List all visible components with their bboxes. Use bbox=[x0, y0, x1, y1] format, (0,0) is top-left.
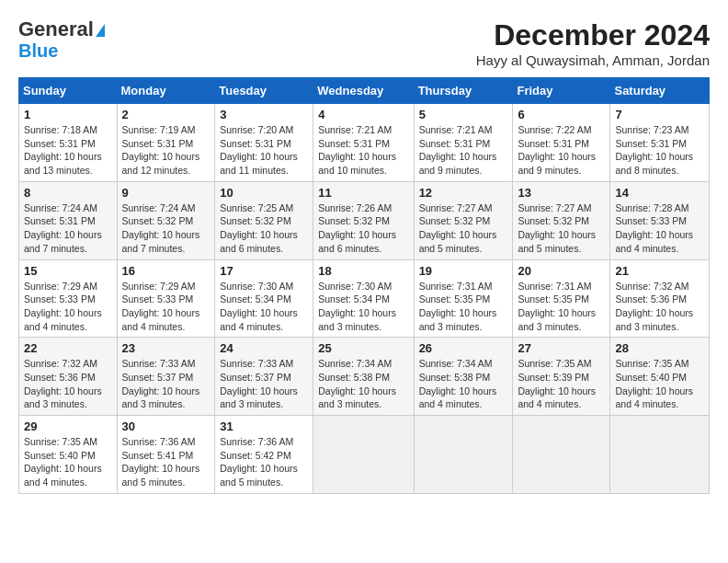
table-row: 23 Sunrise: 7:33 AMSunset: 5:37 PMDaylig… bbox=[117, 338, 215, 416]
calendar-row: 29 Sunrise: 7:35 AMSunset: 5:40 PMDaylig… bbox=[19, 416, 710, 494]
table-row bbox=[513, 416, 610, 494]
table-row: 2 Sunrise: 7:19 AMSunset: 5:31 PMDayligh… bbox=[117, 104, 215, 182]
table-row: 21 Sunrise: 7:32 AMSunset: 5:36 PMDaylig… bbox=[610, 259, 710, 338]
table-row: 11 Sunrise: 7:26 AMSunset: 5:32 PMDaylig… bbox=[313, 181, 414, 259]
table-row: 16 Sunrise: 7:29 AMSunset: 5:33 PMDaylig… bbox=[117, 259, 215, 338]
calendar-row: 1 Sunrise: 7:18 AMSunset: 5:31 PMDayligh… bbox=[19, 104, 710, 182]
col-wednesday: Wednesday bbox=[313, 78, 414, 104]
col-monday: Monday bbox=[117, 78, 215, 104]
table-row: 10 Sunrise: 7:25 AMSunset: 5:32 PMDaylig… bbox=[215, 181, 313, 259]
calendar-row: 22 Sunrise: 7:32 AMSunset: 5:36 PMDaylig… bbox=[19, 338, 710, 416]
logo-blue: Blue bbox=[18, 40, 58, 61]
table-row: 29 Sunrise: 7:35 AMSunset: 5:40 PMDaylig… bbox=[19, 416, 118, 494]
table-row bbox=[313, 416, 414, 494]
location: Hayy al Quwaysimah, Amman, Jordan bbox=[476, 52, 710, 68]
table-row: 18 Sunrise: 7:30 AMSunset: 5:34 PMDaylig… bbox=[313, 259, 414, 338]
month-title: December 2024 bbox=[476, 18, 710, 52]
col-saturday: Saturday bbox=[610, 78, 710, 104]
table-row: 20 Sunrise: 7:31 AMSunset: 5:35 PMDaylig… bbox=[513, 259, 610, 338]
table-row: 22 Sunrise: 7:32 AMSunset: 5:36 PMDaylig… bbox=[19, 338, 118, 416]
table-row: 4 Sunrise: 7:21 AMSunset: 5:31 PMDayligh… bbox=[313, 104, 414, 182]
table-row: 14 Sunrise: 7:28 AMSunset: 5:33 PMDaylig… bbox=[610, 181, 710, 259]
table-row: 5 Sunrise: 7:21 AMSunset: 5:31 PMDayligh… bbox=[414, 104, 513, 182]
table-row: 17 Sunrise: 7:30 AMSunset: 5:34 PMDaylig… bbox=[215, 259, 313, 338]
calendar-row: 15 Sunrise: 7:29 AMSunset: 5:33 PMDaylig… bbox=[19, 259, 710, 338]
calendar-table: Sunday Monday Tuesday Wednesday Thursday… bbox=[18, 77, 710, 494]
table-row: 26 Sunrise: 7:34 AMSunset: 5:38 PMDaylig… bbox=[414, 338, 513, 416]
table-row: 30 Sunrise: 7:36 AMSunset: 5:41 PMDaylig… bbox=[117, 416, 215, 494]
calendar-row: 8 Sunrise: 7:24 AMSunset: 5:31 PMDayligh… bbox=[19, 181, 710, 259]
table-row: 28 Sunrise: 7:35 AMSunset: 5:40 PMDaylig… bbox=[610, 338, 710, 416]
col-friday: Friday bbox=[513, 78, 610, 104]
page-header: General Blue December 2024 Hayy al Quway… bbox=[18, 18, 710, 68]
calendar-body: 1 Sunrise: 7:18 AMSunset: 5:31 PMDayligh… bbox=[19, 104, 710, 494]
table-row: 9 Sunrise: 7:24 AMSunset: 5:32 PMDayligh… bbox=[117, 181, 215, 259]
table-row: 12 Sunrise: 7:27 AMSunset: 5:32 PMDaylig… bbox=[414, 181, 513, 259]
col-sunday: Sunday bbox=[19, 78, 118, 104]
logo: General Blue bbox=[18, 18, 105, 61]
col-tuesday: Tuesday bbox=[215, 78, 313, 104]
col-thursday: Thursday bbox=[414, 78, 513, 104]
table-row: 25 Sunrise: 7:34 AMSunset: 5:38 PMDaylig… bbox=[313, 338, 414, 416]
table-row: 13 Sunrise: 7:27 AMSunset: 5:32 PMDaylig… bbox=[513, 181, 610, 259]
table-row: 19 Sunrise: 7:31 AMSunset: 5:35 PMDaylig… bbox=[414, 259, 513, 338]
header-row: Sunday Monday Tuesday Wednesday Thursday… bbox=[19, 78, 710, 104]
table-row: 3 Sunrise: 7:20 AMSunset: 5:31 PMDayligh… bbox=[215, 104, 313, 182]
table-row: 27 Sunrise: 7:35 AMSunset: 5:39 PMDaylig… bbox=[513, 338, 610, 416]
table-row bbox=[414, 416, 513, 494]
logo-general: General bbox=[18, 18, 105, 40]
table-row: 24 Sunrise: 7:33 AMSunset: 5:37 PMDaylig… bbox=[215, 338, 313, 416]
table-row: 31 Sunrise: 7:36 AMSunset: 5:42 PMDaylig… bbox=[215, 416, 313, 494]
table-row bbox=[610, 416, 710, 494]
title-block: December 2024 Hayy al Quwaysimah, Amman,… bbox=[476, 18, 710, 68]
table-row: 1 Sunrise: 7:18 AMSunset: 5:31 PMDayligh… bbox=[19, 104, 118, 182]
table-row: 8 Sunrise: 7:24 AMSunset: 5:31 PMDayligh… bbox=[19, 181, 118, 259]
table-row: 7 Sunrise: 7:23 AMSunset: 5:31 PMDayligh… bbox=[610, 104, 710, 182]
table-row: 15 Sunrise: 7:29 AMSunset: 5:33 PMDaylig… bbox=[19, 259, 118, 338]
table-row: 6 Sunrise: 7:22 AMSunset: 5:31 PMDayligh… bbox=[513, 104, 610, 182]
